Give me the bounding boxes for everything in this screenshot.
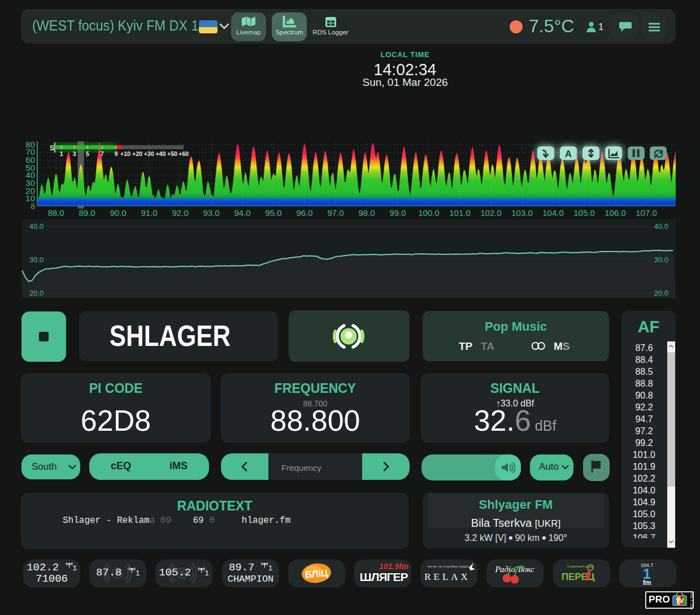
svg-text:20.0: 20.0 bbox=[654, 289, 668, 297]
svg-text:ШЛЯГЕР: ШЛЯГЕР bbox=[360, 570, 408, 583]
svg-text:fm: fm bbox=[643, 579, 651, 587]
svg-text:40.0: 40.0 bbox=[654, 222, 668, 231]
svg-text:БЛіЦ: БЛіЦ bbox=[305, 568, 329, 581]
svg-text:101.9fm: 101.9fm bbox=[379, 562, 408, 571]
svg-text:РадіоЛюкс: РадіоЛюкс bbox=[494, 565, 534, 574]
svg-text:TV: TV bbox=[676, 597, 684, 604]
svg-text:легке та спокійне радіо: легке та спокійне радіо bbox=[427, 565, 469, 568]
svg-text:30.0: 30.0 bbox=[654, 255, 668, 264]
svg-text:RELAX: RELAX bbox=[424, 571, 471, 582]
svg-text:40.0: 40.0 bbox=[29, 222, 44, 231]
svg-text:20.0: 20.0 bbox=[29, 289, 44, 297]
svg-text:30.0: 30.0 bbox=[29, 255, 44, 264]
